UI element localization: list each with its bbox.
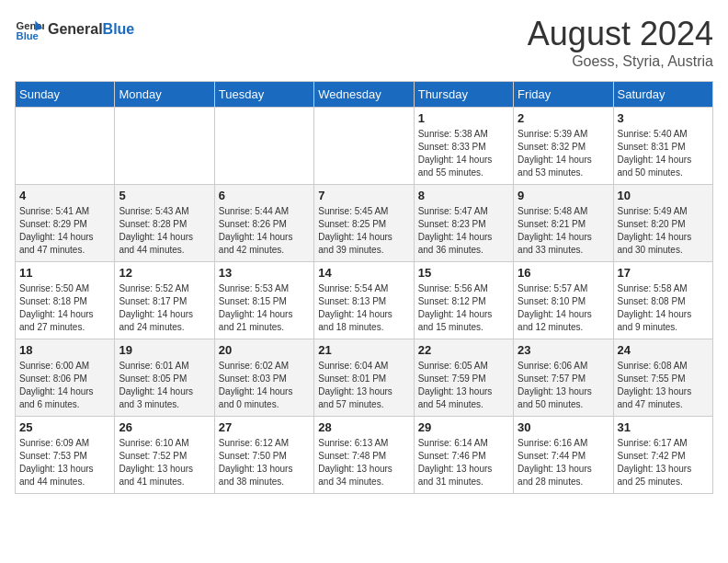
day-info: Sunrise: 6:05 AMSunset: 7:59 PMDaylight:… bbox=[418, 360, 509, 411]
day-info: Sunrise: 6:16 AMSunset: 7:44 PMDaylight:… bbox=[518, 437, 609, 488]
day-info: Sunrise: 5:49 AMSunset: 8:20 PMDaylight:… bbox=[618, 205, 709, 257]
day-info: Sunrise: 5:47 AMSunset: 8:23 PMDaylight:… bbox=[418, 205, 509, 257]
calendar-week-5: 25Sunrise: 6:09 AMSunset: 7:53 PMDayligh… bbox=[16, 417, 713, 494]
day-number: 6 bbox=[219, 189, 310, 202]
day-number: 18 bbox=[19, 343, 110, 357]
day-info: Sunrise: 5:54 AMSunset: 8:13 PMDaylight:… bbox=[318, 282, 409, 334]
day-number: 15 bbox=[418, 266, 509, 280]
calendar-header-row: SundayMondayTuesdayWednesdayThursdayFrid… bbox=[16, 82, 713, 108]
calendar-table: SundayMondayTuesdayWednesdayThursdayFrid… bbox=[15, 81, 713, 494]
calendar-cell: 9Sunrise: 5:48 AMSunset: 8:21 PMDaylight… bbox=[514, 185, 613, 262]
calendar-cell: 20Sunrise: 6:02 AMSunset: 8:03 PMDayligh… bbox=[214, 339, 313, 417]
day-number: 1 bbox=[418, 111, 509, 125]
day-number: 25 bbox=[19, 420, 110, 434]
day-number: 28 bbox=[318, 420, 409, 434]
day-info: Sunrise: 6:10 AMSunset: 7:52 PMDaylight:… bbox=[119, 437, 210, 488]
day-header-thursday: Thursday bbox=[414, 82, 513, 108]
day-info: Sunrise: 5:52 AMSunset: 8:17 PMDaylight:… bbox=[119, 282, 210, 334]
calendar-cell: 23Sunrise: 6:06 AMSunset: 7:57 PMDayligh… bbox=[514, 339, 613, 417]
day-number: 4 bbox=[19, 189, 110, 202]
calendar-cell: 13Sunrise: 5:53 AMSunset: 8:15 PMDayligh… bbox=[214, 262, 313, 339]
calendar-cell: 19Sunrise: 6:01 AMSunset: 8:05 PMDayligh… bbox=[115, 339, 214, 417]
day-number: 16 bbox=[518, 266, 609, 280]
day-number: 11 bbox=[19, 266, 110, 280]
day-info: Sunrise: 5:44 AMSunset: 8:26 PMDaylight:… bbox=[219, 205, 310, 257]
day-number: 9 bbox=[518, 189, 609, 202]
day-info: Sunrise: 6:02 AMSunset: 8:03 PMDaylight:… bbox=[219, 360, 310, 411]
day-number: 19 bbox=[119, 343, 210, 357]
calendar-cell: 2Sunrise: 5:39 AMSunset: 8:32 PMDaylight… bbox=[514, 108, 613, 185]
day-info: Sunrise: 6:04 AMSunset: 8:01 PMDaylight:… bbox=[318, 360, 409, 411]
day-info: Sunrise: 5:43 AMSunset: 8:28 PMDaylight:… bbox=[119, 205, 210, 257]
day-info: Sunrise: 6:13 AMSunset: 7:48 PMDaylight:… bbox=[318, 437, 409, 488]
day-info: Sunrise: 6:17 AMSunset: 7:42 PMDaylight:… bbox=[618, 437, 709, 488]
calendar-cell: 21Sunrise: 6:04 AMSunset: 8:01 PMDayligh… bbox=[314, 339, 414, 417]
page-header: General Blue GeneralBlue August 2024 Goe… bbox=[15, 15, 713, 70]
day-info: Sunrise: 5:38 AMSunset: 8:33 PMDaylight:… bbox=[418, 128, 509, 179]
calendar-week-2: 4Sunrise: 5:41 AMSunset: 8:29 PMDaylight… bbox=[16, 185, 713, 262]
calendar-cell: 15Sunrise: 5:56 AMSunset: 8:12 PMDayligh… bbox=[414, 262, 513, 339]
location: Goess, Styria, Austria bbox=[528, 53, 713, 70]
day-number: 26 bbox=[119, 420, 210, 434]
day-info: Sunrise: 5:53 AMSunset: 8:15 PMDaylight:… bbox=[219, 282, 310, 334]
calendar-cell: 1Sunrise: 5:38 AMSunset: 8:33 PMDaylight… bbox=[414, 108, 513, 185]
day-info: Sunrise: 6:09 AMSunset: 7:53 PMDaylight:… bbox=[19, 437, 110, 488]
calendar-cell: 22Sunrise: 6:05 AMSunset: 7:59 PMDayligh… bbox=[414, 339, 513, 417]
day-info: Sunrise: 6:08 AMSunset: 7:55 PMDaylight:… bbox=[618, 360, 709, 411]
day-number: 24 bbox=[618, 343, 709, 357]
day-info: Sunrise: 5:57 AMSunset: 8:10 PMDaylight:… bbox=[518, 282, 609, 334]
calendar-cell: 12Sunrise: 5:52 AMSunset: 8:17 PMDayligh… bbox=[115, 262, 214, 339]
logo-icon: General Blue bbox=[15, 15, 44, 44]
day-number: 7 bbox=[318, 189, 409, 202]
calendar-week-4: 18Sunrise: 6:00 AMSunset: 8:06 PMDayligh… bbox=[16, 339, 713, 417]
day-header-tuesday: Tuesday bbox=[214, 82, 313, 108]
day-number: 30 bbox=[518, 420, 609, 434]
day-number: 3 bbox=[618, 111, 709, 125]
day-info: Sunrise: 5:39 AMSunset: 8:32 PMDaylight:… bbox=[518, 128, 609, 179]
day-number: 5 bbox=[119, 189, 210, 202]
day-info: Sunrise: 6:12 AMSunset: 7:50 PMDaylight:… bbox=[219, 437, 310, 488]
calendar-cell: 14Sunrise: 5:54 AMSunset: 8:13 PMDayligh… bbox=[314, 262, 414, 339]
day-number: 8 bbox=[418, 189, 509, 202]
day-number: 14 bbox=[318, 266, 409, 280]
calendar-cell: 25Sunrise: 6:09 AMSunset: 7:53 PMDayligh… bbox=[16, 417, 115, 494]
day-info: Sunrise: 6:14 AMSunset: 7:46 PMDaylight:… bbox=[418, 437, 509, 488]
calendar-cell: 11Sunrise: 5:50 AMSunset: 8:18 PMDayligh… bbox=[16, 262, 115, 339]
day-header-friday: Friday bbox=[514, 82, 613, 108]
calendar-cell: 6Sunrise: 5:44 AMSunset: 8:26 PMDaylight… bbox=[214, 185, 313, 262]
calendar-cell: 24Sunrise: 6:08 AMSunset: 7:55 PMDayligh… bbox=[613, 339, 712, 417]
day-number: 21 bbox=[318, 343, 409, 357]
day-info: Sunrise: 5:45 AMSunset: 8:25 PMDaylight:… bbox=[318, 205, 409, 257]
day-number: 22 bbox=[418, 343, 509, 357]
calendar-cell: 27Sunrise: 6:12 AMSunset: 7:50 PMDayligh… bbox=[214, 417, 313, 494]
day-number: 27 bbox=[219, 420, 310, 434]
day-number: 31 bbox=[618, 420, 709, 434]
day-number: 12 bbox=[119, 266, 210, 280]
day-header-wednesday: Wednesday bbox=[314, 82, 414, 108]
day-number: 20 bbox=[219, 343, 310, 357]
day-number: 17 bbox=[618, 266, 709, 280]
day-number: 10 bbox=[618, 189, 709, 202]
calendar-cell: 3Sunrise: 5:40 AMSunset: 8:31 PMDaylight… bbox=[613, 108, 712, 185]
calendar-cell: 16Sunrise: 5:57 AMSunset: 8:10 PMDayligh… bbox=[514, 262, 613, 339]
svg-text:Blue: Blue bbox=[17, 30, 39, 41]
day-number: 13 bbox=[219, 266, 310, 280]
calendar-week-3: 11Sunrise: 5:50 AMSunset: 8:18 PMDayligh… bbox=[16, 262, 713, 339]
logo: General Blue GeneralBlue bbox=[15, 15, 134, 44]
calendar-cell: 10Sunrise: 5:49 AMSunset: 8:20 PMDayligh… bbox=[613, 185, 712, 262]
day-info: Sunrise: 5:56 AMSunset: 8:12 PMDaylight:… bbox=[418, 282, 509, 334]
day-info: Sunrise: 5:41 AMSunset: 8:29 PMDaylight:… bbox=[19, 205, 110, 257]
day-number: 23 bbox=[518, 343, 609, 357]
calendar-cell: 30Sunrise: 6:16 AMSunset: 7:44 PMDayligh… bbox=[514, 417, 613, 494]
day-info: Sunrise: 6:06 AMSunset: 7:57 PMDaylight:… bbox=[518, 360, 609, 411]
calendar-cell bbox=[115, 108, 214, 185]
calendar-cell: 8Sunrise: 5:47 AMSunset: 8:23 PMDaylight… bbox=[414, 185, 513, 262]
day-info: Sunrise: 6:00 AMSunset: 8:06 PMDaylight:… bbox=[19, 360, 110, 411]
calendar-cell: 4Sunrise: 5:41 AMSunset: 8:29 PMDaylight… bbox=[16, 185, 115, 262]
calendar-cell bbox=[214, 108, 313, 185]
day-header-monday: Monday bbox=[115, 82, 214, 108]
day-header-saturday: Saturday bbox=[613, 82, 712, 108]
calendar-cell: 29Sunrise: 6:14 AMSunset: 7:46 PMDayligh… bbox=[414, 417, 513, 494]
day-info: Sunrise: 5:50 AMSunset: 8:18 PMDaylight:… bbox=[19, 282, 110, 334]
day-number: 29 bbox=[418, 420, 509, 434]
